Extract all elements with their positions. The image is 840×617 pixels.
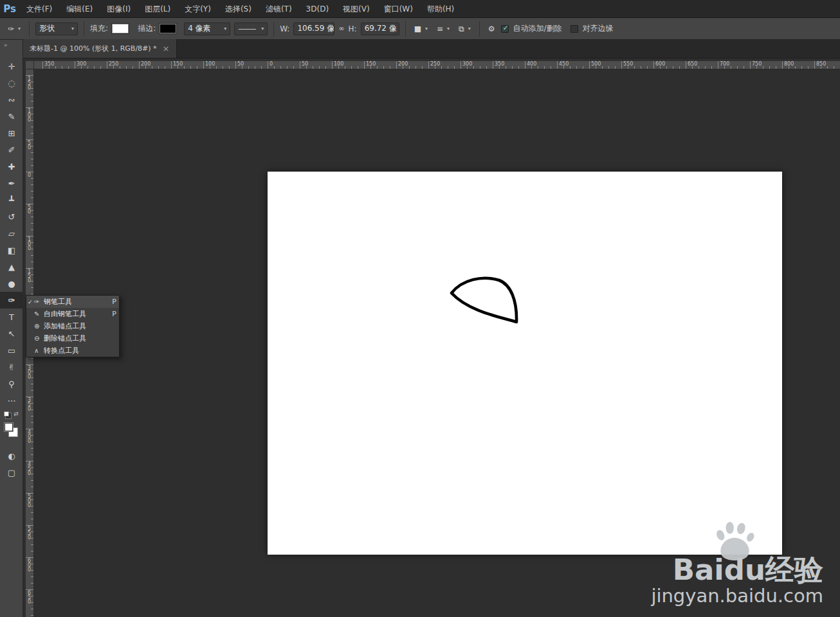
h-ruler-tick — [42, 61, 43, 69]
menu-item-4[interactable]: 文字(Y) — [178, 0, 218, 18]
edit-toolbar-button[interactable]: ⋯ — [0, 392, 23, 409]
path-selection-tool[interactable]: ↖ — [0, 325, 23, 342]
hand-tool-icon: ✌ — [8, 363, 15, 371]
delete-anchor-point-tool-icon: ⊖ — [34, 335, 44, 342]
tool-mode-select[interactable]: 形状 — [35, 22, 78, 35]
zoom-tool-icon: ⚲ — [8, 380, 15, 388]
menu-item-5[interactable]: 选择(S) — [218, 0, 259, 18]
h-ruler-tick — [782, 61, 783, 69]
path-alignment-button[interactable]: ≡ — [434, 23, 452, 35]
h-ruler-label: 250 — [430, 62, 440, 67]
stroke-width-value: 4 像素 — [188, 23, 210, 34]
separator — [84, 21, 84, 37]
shape-height-input[interactable]: 69.72 像 — [361, 22, 399, 35]
h-ruler-tick — [589, 61, 590, 69]
menu-item-7[interactable]: 3D(D) — [299, 0, 336, 18]
dodge-tool[interactable]: ● — [0, 275, 23, 292]
history-brush-tool[interactable]: ↺ — [0, 208, 23, 225]
brush-tool[interactable]: ✒ — [0, 175, 23, 192]
h-ruler-tick — [428, 61, 429, 69]
convert-point-tool-icon: ∧ — [34, 347, 44, 354]
swap-colors-icon[interactable]: ⇄ — [14, 411, 19, 417]
type-tool[interactable]: T — [0, 308, 23, 325]
default-colors-icon[interactable] — [4, 411, 9, 416]
h-ruler-label: 350 — [44, 62, 54, 67]
rectangle-tool[interactable]: ▭ — [0, 342, 23, 359]
collapse-tools-button[interactable]: » — [0, 40, 23, 58]
shape-height-value: 69.72 像 — [365, 23, 397, 34]
h-ruler-label: 50 — [237, 62, 244, 67]
elliptical-marquee-tool[interactable]: ◌ — [0, 75, 23, 91]
leaf-shape — [448, 274, 528, 332]
lasso-tool[interactable]: ∾ — [0, 91, 23, 108]
menu-item-0[interactable]: 文件(F) — [19, 0, 59, 18]
dodge-tool-icon: ● — [8, 280, 15, 288]
crop-tool[interactable]: ⊞ — [0, 125, 23, 141]
fill-swatch[interactable] — [112, 24, 129, 33]
pen-flyout-item-4[interactable]: ∧转换点工具 — [26, 344, 119, 357]
blur-tool[interactable]: ▲ — [0, 258, 23, 275]
rectangle-tool-icon: ▭ — [8, 346, 15, 355]
v-ruler-label: 1 0 0 — [28, 237, 31, 251]
canvas[interactable] — [268, 172, 782, 555]
clone-stamp-tool[interactable]: ┻ — [0, 192, 23, 208]
v-ruler-label: 0 — [28, 173, 31, 177]
flyout-item-label: 钢笔工具 — [44, 297, 109, 307]
menu-item-10[interactable]: 帮助(H) — [420, 0, 461, 18]
pen-flyout-item-0[interactable]: ✓✑钢笔工具P — [26, 296, 119, 308]
h-ruler-label: 700 — [720, 62, 729, 67]
foreground-color-swatch[interactable] — [4, 422, 14, 432]
h-ruler-label: 800 — [784, 62, 794, 67]
ruler-horizontal[interactable]: 3503002502001501005005010015020025030035… — [34, 61, 840, 69]
menu-item-8[interactable]: 视图(V) — [336, 0, 377, 18]
pen-flyout-list: ✓✑钢笔工具P✎自由钢笔工具P⊕添加锚点工具⊖删除锚点工具∧转换点工具 — [26, 296, 119, 357]
h-ruler-label: 100 — [334, 62, 343, 67]
stroke-width-field[interactable]: 4 像素 — [184, 22, 230, 35]
menu-item-2[interactable]: 图像(I) — [100, 0, 138, 18]
stroke-swatch[interactable] — [160, 24, 176, 33]
quick-mask-button[interactable]: ◐ — [0, 447, 23, 464]
screen-mode-button-icon: ▢ — [8, 469, 15, 477]
h-ruler-label: 500 — [591, 62, 601, 67]
eyedropper-tool[interactable]: ✐ — [0, 141, 23, 158]
flyout-item-label: 自由钢笔工具 — [44, 309, 109, 319]
zoom-tool[interactable]: ⚲ — [0, 375, 23, 392]
pen-tool[interactable]: ✑ — [0, 292, 23, 308]
pen-flyout-item-3[interactable]: ⊖删除锚点工具 — [26, 332, 119, 344]
hand-tool[interactable]: ✌ — [0, 359, 23, 375]
spot-healing-brush-tool[interactable]: ✚ — [0, 158, 23, 175]
pen-flyout-item-1[interactable]: ✎自由钢笔工具P — [26, 308, 119, 320]
h-ruler-tick — [653, 61, 654, 69]
align-edges-checkbox[interactable] — [571, 25, 578, 33]
quick-selection-tool[interactable]: ✎ — [0, 108, 23, 125]
ruler-origin-corner[interactable] — [26, 61, 34, 69]
screen-mode-button[interactable]: ▢ — [0, 464, 23, 481]
menu-item-3[interactable]: 图层(L) — [138, 0, 178, 18]
quick-selection-tool-icon: ✎ — [8, 112, 15, 121]
flyout-selected-check-icon: ✓ — [28, 299, 34, 305]
stroke-style-select[interactable]: ——— — [234, 22, 268, 35]
h-ruler-tick — [235, 61, 236, 69]
path-operations-button[interactable]: ■ — [412, 23, 430, 35]
menu-item-9[interactable]: 窗口(W) — [377, 0, 420, 18]
auto-add-checkbox[interactable] — [501, 25, 509, 33]
shape-width-input[interactable]: 106.59 像 — [293, 22, 334, 35]
gradient-tool[interactable]: ◧ — [0, 242, 23, 258]
h-ruler-label: 300 — [462, 62, 472, 67]
move-tool[interactable]: ✛ — [0, 58, 23, 75]
menu-item-1[interactable]: 编辑(E) — [59, 0, 100, 18]
link-dimensions-icon[interactable]: ∞ — [338, 24, 344, 33]
history-brush-tool-icon: ↺ — [8, 213, 15, 221]
pen-options-gear-button[interactable]: ⚙ — [486, 23, 498, 35]
h-ruler-label: 450 — [559, 62, 569, 67]
tool-preset-picker[interactable]: ✑ — [5, 23, 23, 35]
flyout-item-label: 转换点工具 — [44, 346, 109, 355]
pen-flyout-item-2[interactable]: ⊕添加锚点工具 — [26, 320, 119, 332]
h-ruler-tick — [814, 61, 815, 69]
h-ruler-tick — [718, 61, 718, 69]
tab-close-icon[interactable]: × — [163, 44, 170, 53]
path-arrangement-button[interactable]: ⧉ — [456, 23, 473, 35]
eraser-tool[interactable]: ▱ — [0, 225, 23, 242]
menu-item-6[interactable]: 滤镜(T) — [259, 0, 299, 18]
document-tab[interactable]: 未标题-1 @ 100% (形状 1, RGB/8#) * × — [23, 39, 177, 58]
